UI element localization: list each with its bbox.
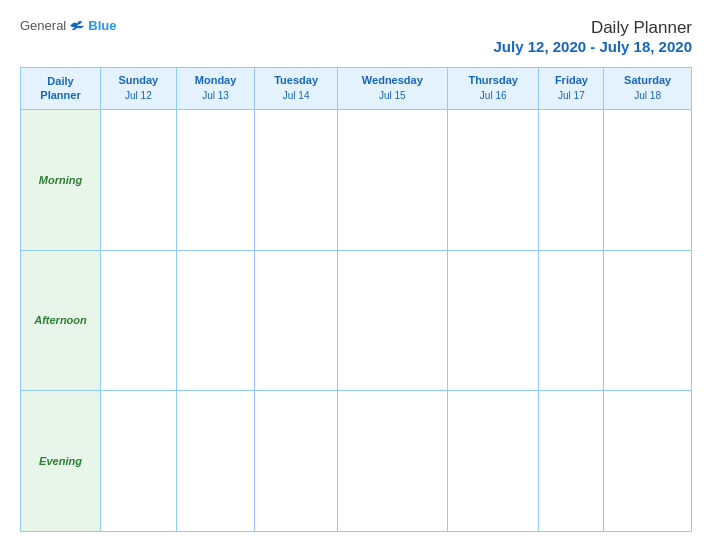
- header-row: Daily Planner SundayJul 12MondayJul 13Tu…: [21, 68, 692, 110]
- cell-afternoon-tuesday[interactable]: [255, 250, 337, 391]
- cell-afternoon-thursday[interactable]: [447, 250, 539, 391]
- page-title: Daily Planner: [494, 18, 692, 38]
- th-day-monday: MondayJul 13: [176, 68, 255, 110]
- cell-afternoon-wednesday[interactable]: [337, 250, 447, 391]
- th-day-tuesday: TuesdayJul 14: [255, 68, 337, 110]
- header: General Blue Daily Planner July 12, 2020…: [20, 18, 692, 55]
- cell-evening-monday[interactable]: [176, 391, 255, 532]
- th-day-sunday: SundayJul 12: [101, 68, 177, 110]
- cell-afternoon-monday[interactable]: [176, 250, 255, 391]
- page: General Blue Daily Planner July 12, 2020…: [0, 0, 712, 550]
- logo-bird-icon: [68, 19, 86, 33]
- calendar-row-evening: Evening: [21, 391, 692, 532]
- logo-blue-text: Blue: [88, 18, 116, 33]
- cell-morning-thursday[interactable]: [447, 109, 539, 250]
- th-day-wednesday: WednesdayJul 15: [337, 68, 447, 110]
- cell-evening-thursday[interactable]: [447, 391, 539, 532]
- row-label-afternoon: Afternoon: [21, 250, 101, 391]
- row-label-evening: Evening: [21, 391, 101, 532]
- cell-afternoon-friday[interactable]: [539, 250, 604, 391]
- calendar-row-afternoon: Afternoon: [21, 250, 692, 391]
- th-day-saturday: SaturdayJul 18: [604, 68, 692, 110]
- cell-morning-sunday[interactable]: [101, 109, 177, 250]
- logo-area: General Blue: [20, 18, 116, 33]
- calendar-row-morning: Morning: [21, 109, 692, 250]
- cell-evening-saturday[interactable]: [604, 391, 692, 532]
- th-day-friday: FridayJul 17: [539, 68, 604, 110]
- logo-general-text: General: [20, 18, 66, 33]
- cell-morning-monday[interactable]: [176, 109, 255, 250]
- cell-evening-wednesday[interactable]: [337, 391, 447, 532]
- cell-evening-tuesday[interactable]: [255, 391, 337, 532]
- cell-morning-friday[interactable]: [539, 109, 604, 250]
- cell-morning-tuesday[interactable]: [255, 109, 337, 250]
- row-label-morning: Morning: [21, 109, 101, 250]
- title-area: Daily Planner July 12, 2020 - July 18, 2…: [494, 18, 692, 55]
- date-range: July 12, 2020 - July 18, 2020: [494, 38, 692, 55]
- logo: General Blue: [20, 18, 116, 33]
- cell-evening-sunday[interactable]: [101, 391, 177, 532]
- th-day-thursday: ThursdayJul 16: [447, 68, 539, 110]
- cell-afternoon-sunday[interactable]: [101, 250, 177, 391]
- cell-evening-friday[interactable]: [539, 391, 604, 532]
- cell-morning-saturday[interactable]: [604, 109, 692, 250]
- cell-afternoon-saturday[interactable]: [604, 250, 692, 391]
- calendar-table: Daily Planner SundayJul 12MondayJul 13Tu…: [20, 67, 692, 532]
- cell-morning-wednesday[interactable]: [337, 109, 447, 250]
- th-planner: Daily Planner: [21, 68, 101, 110]
